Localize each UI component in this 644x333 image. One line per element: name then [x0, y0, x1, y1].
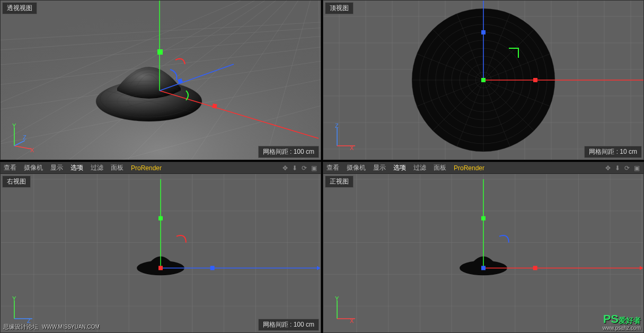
svg-line-18	[14, 141, 25, 146]
menu-filter[interactable]: 过滤	[91, 163, 103, 172]
svg-marker-102	[640, 266, 643, 270]
menu-panel[interactable]: 面板	[111, 163, 123, 172]
viewport-label: 正视图	[325, 176, 354, 188]
svg-rect-79	[210, 266, 215, 270]
viewport-canvas[interactable]	[323, 174, 643, 332]
watermark-url: www.psahz.com	[603, 325, 641, 331]
down-icon[interactable]: ⬇	[291, 164, 298, 172]
viewport-canvas[interactable]	[323, 1, 643, 160]
svg-rect-106	[481, 266, 486, 270]
menu-options[interactable]: 选项	[70, 163, 83, 172]
viewport-right[interactable]: 查看 摄像机 显示 选项 过滤 面板 ProRender ✥ ⬇ ⟳ ▣ 右视图…	[0, 162, 321, 333]
menu-options[interactable]: 选项	[393, 163, 406, 172]
move-icon[interactable]: ✥	[604, 164, 612, 172]
transform-gizmo[interactable]	[158, 179, 320, 270]
grid-spacing-label: 网格间距 : 100 cm	[258, 146, 319, 158]
axis-gizmo: Y X	[333, 296, 359, 323]
svg-marker-78	[317, 266, 320, 270]
move-icon[interactable]: ✥	[281, 164, 289, 172]
axis-gizmo: Z X	[333, 124, 359, 150]
axis-z-label: Z	[23, 134, 27, 141]
viewport-top[interactable]: 顶视图 网格间距 : 10 cm	[323, 0, 644, 160]
menu-panel[interactable]: 面板	[434, 163, 446, 172]
menu-display[interactable]: 显示	[50, 163, 63, 172]
menu-view[interactable]: 查看	[4, 163, 16, 172]
menu-camera[interactable]: 摄像机	[24, 163, 43, 172]
transform-gizmo[interactable]	[481, 179, 643, 270]
grid-spacing-label: 网格间距 : 10 cm	[584, 146, 642, 158]
down-icon[interactable]: ⬇	[614, 164, 621, 172]
menu-view[interactable]: 查看	[327, 163, 339, 172]
svg-line-17	[14, 146, 31, 149]
viewport-canvas[interactable]	[1, 1, 321, 160]
viewport-canvas[interactable]	[1, 174, 321, 332]
maximize-icon[interactable]: ▣	[633, 164, 640, 172]
menu-filter[interactable]: 过滤	[413, 163, 426, 172]
menu-display[interactable]: 显示	[373, 163, 386, 172]
axis-y-label: Y	[12, 122, 16, 129]
menu-camera[interactable]: 摄像机	[347, 163, 366, 172]
axis-x-label: X	[350, 145, 354, 151]
svg-rect-11	[212, 103, 217, 108]
svg-rect-82	[158, 266, 163, 270]
watermark-brand: PS	[603, 312, 619, 326]
svg-rect-103	[533, 266, 537, 270]
watermark-right: PS爱好者 www.psahz.com	[603, 313, 641, 331]
watermark-text: 思缘设计论坛	[3, 323, 38, 330]
viewport-front[interactable]: 查看 摄像机 显示 选项 过滤 面板 ProRender ✥ ⬇ ⟳ ▣ 正视图	[323, 162, 644, 333]
viewport-perspective[interactable]: 透视视图 网格间距 : 100 cm	[0, 0, 321, 160]
svg-rect-13	[157, 49, 163, 55]
axis-x-label: X	[350, 318, 354, 324]
axis-y-label: Y	[335, 295, 339, 302]
watermark-suffix: 爱好者	[619, 316, 641, 325]
menu-prorender[interactable]: ProRender	[454, 164, 484, 172]
rotate-icon[interactable]: ⟳	[301, 164, 308, 172]
viewport-label: 透视视图	[2, 2, 37, 14]
svg-rect-105	[481, 216, 486, 221]
grid-spacing-label: 网格间距 : 100 cm	[258, 319, 319, 331]
viewport-label: 顶视图	[325, 2, 354, 14]
viewport-menu-bar: 查看 摄像机 显示 选项 过滤 面板 ProRender ✥ ⬇ ⟳ ▣	[1, 162, 321, 174]
axis-y-label: Y	[12, 295, 16, 302]
rotate-icon[interactable]: ⟳	[623, 164, 631, 172]
axis-x-label: X	[30, 147, 34, 153]
axis-z-label: Z	[335, 122, 339, 129]
svg-rect-81	[158, 216, 163, 221]
watermark-left: 思缘设计论坛 WWW.MISSYUAN.COM	[3, 323, 100, 331]
menu-prorender[interactable]: ProRender	[131, 164, 162, 172]
maximize-icon[interactable]: ▣	[310, 164, 317, 172]
watermark-url: WWW.MISSYUAN.COM	[42, 324, 100, 330]
svg-rect-55	[533, 78, 537, 82]
axis-gizmo: Y X Z	[10, 124, 37, 150]
axis-gizmo: Y Z	[10, 296, 37, 323]
viewport-menu-bar: 查看 摄像机 显示 选项 过滤 面板 ProRender ✥ ⬇ ⟳ ▣	[323, 162, 643, 174]
svg-rect-57	[481, 30, 486, 34]
viewport-quad: 透视视图 网格间距 : 100 cm	[0, 0, 644, 333]
svg-rect-58	[481, 78, 486, 82]
viewport-label: 右视图	[2, 176, 31, 188]
